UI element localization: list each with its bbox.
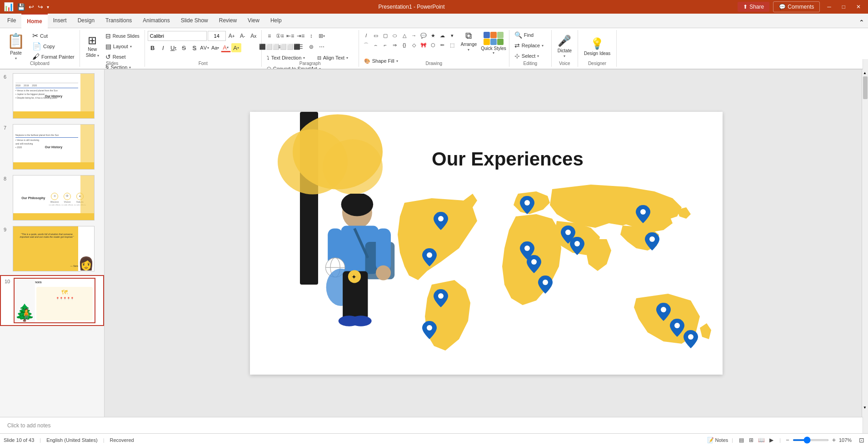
slide-item-10[interactable]: 10 Our Experiences 🌲 🧍 🗺 📍📍📍📍📍	[0, 275, 104, 326]
v-scroll-thumb[interactable]	[863, 76, 868, 99]
tab-file[interactable]: File	[2, 13, 21, 28]
paste-button[interactable]: 📋 Paste ▾	[3, 31, 29, 62]
quick-access-undo[interactable]: ↩	[29, 3, 34, 10]
notes-status-button[interactable]: 📝 Notes	[707, 437, 728, 443]
italic-button[interactable]: I	[158, 43, 168, 53]
distribute-button[interactable]: ⊜	[306, 42, 316, 52]
slide-canvas[interactable]: ✦ Our Experiences	[250, 112, 723, 375]
shadow-button[interactable]: S	[190, 43, 200, 53]
tab-transitions[interactable]: Transitions	[100, 13, 137, 28]
font-family-input[interactable]	[148, 31, 207, 41]
line-spacing-button[interactable]: ↕	[306, 31, 316, 41]
shape-equation[interactable]: {}	[400, 40, 409, 50]
presenter-view-button[interactable]: ▶	[767, 436, 776, 445]
design-ideas-button[interactable]: 💡 Design Ideas	[581, 31, 614, 62]
shrink-font-button[interactable]: A-	[238, 31, 248, 41]
align-right-button[interactable]: ⬜⬜⬛	[285, 42, 295, 52]
maximize-button[interactable]: □	[838, 2, 849, 12]
quick-access-save[interactable]: 💾	[17, 3, 25, 10]
quick-access-redo[interactable]: ↪	[38, 3, 43, 10]
columns-button[interactable]: ⊞▾	[317, 31, 327, 41]
more-para-button[interactable]: ⋯	[317, 42, 327, 52]
layout-dropdown[interactable]: ▾	[130, 45, 132, 49]
shape-triangle[interactable]: △	[400, 31, 409, 40]
fit-slide-button[interactable]: ⊡	[859, 436, 864, 444]
paste-dropdown-arrow[interactable]: ▾	[15, 56, 17, 60]
shape-oval[interactable]: ⬭	[390, 31, 399, 40]
reset-button[interactable]: ↺ Reset	[103, 52, 142, 62]
highlight-button[interactable]: A▾	[231, 43, 241, 52]
reading-view-button[interactable]: 📖	[757, 436, 766, 445]
canvas-scrollbar-v[interactable]: ▲ ▼	[862, 70, 868, 417]
notes-placeholder[interactable]: Click to add notes	[7, 422, 50, 429]
arrange-button[interactable]: ⧉ Arrange ▾	[458, 31, 480, 51]
new-slide-button[interactable]: ⊞ New Slide ▾	[83, 31, 102, 62]
slide-sorter-button[interactable]: ⊞	[747, 436, 756, 445]
shape-curved-line[interactable]: ⌒	[362, 40, 371, 50]
tab-home[interactable]: Home	[21, 14, 47, 28]
format-painter-button[interactable]: 🖌 Format Painter	[30, 52, 77, 62]
tab-review[interactable]: Review	[214, 13, 242, 28]
dictate-button[interactable]: 🎤 Dictate ▾	[554, 31, 575, 62]
shape-elbow[interactable]: ⌐	[381, 40, 390, 50]
ribbon-collapse[interactable]: ⌃	[855, 17, 868, 28]
shape-action[interactable]: ⬡	[429, 40, 438, 50]
tab-view[interactable]: View	[242, 13, 265, 28]
numbering-button[interactable]: ①≡	[275, 31, 285, 41]
shape-more[interactable]: ▾	[448, 31, 457, 40]
select-button[interactable]: ⊹ Select ▾	[512, 51, 549, 61]
clear-format-button[interactable]: Ax	[249, 31, 259, 41]
scroll-down-btn[interactable]: ▼	[862, 404, 868, 411]
bullets-button[interactable]: ≡	[264, 31, 274, 41]
normal-view-button[interactable]: ▤	[737, 436, 746, 445]
new-slide-dropdown[interactable]: ▾	[97, 54, 99, 58]
slide-item-7[interactable]: 7 Our History Neptune is the farthest pl…	[0, 122, 104, 171]
case-button[interactable]: Aa▾	[210, 43, 220, 53]
shape-line[interactable]: /	[362, 31, 371, 40]
shape-outline-button[interactable]: ⬚ Shape Outline ▾	[362, 66, 506, 69]
tab-help[interactable]: Help	[265, 13, 287, 28]
shape-callout[interactable]: 💬	[419, 31, 428, 40]
cut-button[interactable]: ✂ Cut	[30, 31, 77, 41]
shape-flowchart[interactable]: ◇	[409, 40, 419, 50]
justify-button[interactable]: ☰	[296, 42, 306, 52]
bold-button[interactable]: B	[148, 43, 158, 53]
shape-ribbon[interactable]: 🎀	[419, 40, 428, 50]
zoom-in-btn[interactable]: ＋	[831, 436, 837, 444]
slide-item-9[interactable]: 9 "This is a quote, words full of wisdom…	[0, 224, 104, 273]
slide-item-8[interactable]: 8 Our Philosophy ☀ Mission no side effec…	[0, 173, 104, 222]
indent-more-button[interactable]: ⇥≡	[296, 31, 306, 41]
char-spacing-button[interactable]: AV▾	[200, 43, 210, 53]
copy-button[interactable]: 📄 Copy	[30, 41, 77, 51]
shape-connector[interactable]: ⌢	[371, 40, 380, 50]
find-button[interactable]: 🔍 Find	[512, 30, 549, 40]
quick-styles-button[interactable]: Quick Styles ▾	[481, 31, 506, 55]
scroll-up-btn[interactable]: ▲	[862, 70, 868, 76]
tab-design[interactable]: Design	[72, 13, 100, 28]
tab-slideshow[interactable]: Slide Show	[175, 13, 214, 28]
close-button[interactable]: ✕	[853, 2, 864, 12]
tab-insert[interactable]: Insert	[48, 13, 72, 28]
quick-access-more[interactable]: ▾	[47, 5, 49, 10]
comments-button[interactable]: 💬 Comments	[773, 1, 820, 12]
zoom-out-btn[interactable]: －	[784, 436, 791, 444]
language-status[interactable]: English (United States)	[46, 437, 98, 443]
shape-star[interactable]: ★	[429, 31, 438, 40]
grow-font-button[interactable]: A+	[227, 31, 237, 41]
shape-cloud[interactable]: ☁	[438, 31, 447, 40]
shape-rect[interactable]: ▭	[371, 31, 380, 40]
zoom-slider[interactable]	[793, 439, 829, 441]
shape-block-arrow[interactable]: ⇒	[390, 40, 399, 50]
shape-freeform[interactable]: ✏	[438, 40, 447, 50]
shape-arrow-right[interactable]: →	[409, 31, 419, 40]
replace-button[interactable]: ⇄ Replace ▾	[512, 40, 549, 50]
align-left-button[interactable]: ⬛⬜⬜	[264, 42, 274, 52]
font-color-button[interactable]: A▾	[221, 43, 231, 52]
slide-item-6[interactable]: 6 Our History 2018 2019 2020 • Venus is …	[0, 71, 104, 120]
minimize-button[interactable]: ─	[823, 2, 835, 12]
shape-3d[interactable]: ⬚	[448, 40, 457, 50]
font-size-input[interactable]	[208, 31, 226, 41]
share-button[interactable]: ⬆ Share	[738, 2, 769, 12]
indent-less-button[interactable]: ⇤≡	[285, 31, 295, 41]
layout-button[interactable]: ▤ Layout ▾	[103, 41, 142, 51]
